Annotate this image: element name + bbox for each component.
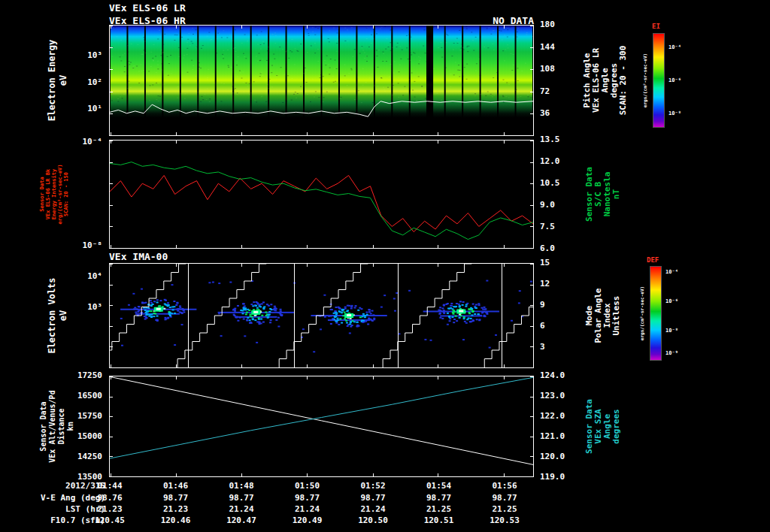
axis-value: 98.77 <box>349 494 397 503</box>
axis-value: 98.76 <box>86 494 134 503</box>
tick-label: 15 <box>540 259 550 267</box>
p2-y-axis-label: Sensor DataVEx ELS-06 LR BkEnergy Intens… <box>39 140 69 249</box>
label-line: eV <box>58 263 69 368</box>
axis-value: 21.25 <box>480 505 529 514</box>
label-line: SCAN: 20 - 150 <box>63 140 69 249</box>
tick-label: 122.0 <box>540 413 565 420</box>
label-line: Unitless <box>612 263 621 368</box>
ima-spectrogram-canvas <box>110 264 533 367</box>
tick-label: 119.0 <box>540 473 565 481</box>
label-line: VEx Alt/Venus/Pd <box>48 376 57 477</box>
axis-value: 98.77 <box>480 494 529 503</box>
label-line: SCAN: 20 - 300 <box>619 25 628 136</box>
p3-right-axis-label: ModePolar AngleIndexUnitless <box>585 263 621 368</box>
axis-value: 120.49 <box>283 516 332 525</box>
time-label: 01:56 <box>480 482 529 491</box>
tick-label: 10⁻⁸ <box>668 110 681 117</box>
colorbar-def-title: DEF <box>647 256 659 264</box>
label-line: Sensor Data <box>39 376 48 477</box>
label-line: degrees <box>612 376 621 477</box>
axis-value: 120.46 <box>152 516 200 525</box>
axis-value: 21.24 <box>349 505 397 514</box>
panel-ima-spectrogram <box>109 263 534 368</box>
label-line: Distance <box>57 376 66 477</box>
axis-value: 21.25 <box>415 505 463 514</box>
tick-label: 9.0 <box>540 201 555 209</box>
colorbar-ei-ticks: 10⁻⁴10⁻⁶10⁻⁸ <box>665 33 691 128</box>
label-line: eV <box>58 25 69 136</box>
axis-value: 98.77 <box>283 494 332 503</box>
colorbar-def <box>650 266 662 361</box>
label-line: Electron Volts <box>47 263 58 368</box>
tick-label: 12 <box>540 280 550 288</box>
time-label: 01:54 <box>415 482 463 491</box>
axis-value: 120.50 <box>349 516 397 525</box>
tick-label: 144 <box>540 44 555 51</box>
tick-label: 10⁻⁴ <box>665 268 678 276</box>
tick-label: 121.0 <box>540 433 565 440</box>
vex-plot-screen: VEx ELS-06 LR VEx ELS-06 HR NO DATA 10³1… <box>0 0 770 532</box>
tick-label: 6 <box>540 322 545 330</box>
tick-label: 36 <box>540 110 550 117</box>
tick-label: 10¹ <box>66 105 102 113</box>
p3-y-ticks: 10⁴10³ <box>66 263 105 368</box>
label-line: Energy Intensity <box>51 140 57 249</box>
p1-y-axis-label: Electron EnergyeV <box>47 25 69 136</box>
label-line: nT <box>612 140 621 249</box>
tick-label: 3 <box>540 343 545 351</box>
p4-y-axis-label: Sensor DataVEx Alt/Venus/PdDistancekm <box>39 376 75 477</box>
time-label: 01:48 <box>217 482 265 491</box>
axis-value: 120.53 <box>480 516 529 525</box>
axis-value: 98.77 <box>415 494 463 503</box>
els-spectrogram-canvas <box>110 26 533 135</box>
tick-label: 10⁻⁸ <box>665 327 678 334</box>
p1-right-ticks: 1801441087236 <box>537 25 576 136</box>
p1-right-axis-label: Pitch AngleVEx ELS-06 LRAngledegreesSCAN… <box>583 25 628 136</box>
p2-y-ticks: 10⁻⁴10⁻⁸ <box>66 140 105 249</box>
p4-right-ticks: 124.0123.0122.0121.0120.0119.0 <box>537 376 576 477</box>
p2-right-axis-label: Sensor DataS/C BNanoteslanT <box>585 140 621 249</box>
time-label: 01:52 <box>349 482 397 491</box>
label-line: VEx ELS-06 LR Bk <box>45 140 51 249</box>
colorbar-ei <box>653 33 665 128</box>
axis-value: 21.24 <box>283 505 332 514</box>
title-els-lr: VEx ELS-06 LR <box>109 2 186 14</box>
p3-y-axis-label: Electron VoltseV <box>47 263 69 368</box>
label-line: km <box>66 376 75 477</box>
axis-value: 120.45 <box>86 516 134 525</box>
alt-sza-canvas <box>110 376 533 476</box>
tick-label: 123.0 <box>540 392 565 400</box>
p3-right-ticks: 1512963 <box>537 263 576 368</box>
tick-label: 120.0 <box>540 453 565 461</box>
tick-label: 10⁻⁴ <box>668 44 681 51</box>
tick-label: 7.5 <box>540 223 555 231</box>
label-line: Sensor Data <box>39 140 45 249</box>
time-label: 01:46 <box>152 482 200 491</box>
axis-value: 98.77 <box>217 494 265 503</box>
panel-els-spectrogram <box>109 25 534 136</box>
label-line: Electron Energy <box>47 25 58 136</box>
tick-label: 10⁻⁹ <box>665 349 678 357</box>
bk-intensity-canvas <box>110 141 533 248</box>
colorbar-ei-unit: ergs/(cm²-sr-sec-eV) <box>642 33 647 128</box>
colorbar-def-unit: ergs/(cm²-sr-sec-eV) <box>639 266 644 361</box>
panel-alt-sza <box>109 376 534 477</box>
tick-label: 108 <box>540 65 555 73</box>
axis-value: 21.23 <box>152 505 200 514</box>
tick-label: 12.0 <box>540 158 560 165</box>
tick-label: 10⁻⁶ <box>665 298 678 305</box>
tick-label: 72 <box>540 88 550 95</box>
colorbar-def-ticks: 10⁻⁴10⁻⁶10⁻⁸10⁻⁹ <box>662 266 688 361</box>
tick-label: 10⁻⁸ <box>66 242 102 249</box>
p1-y-ticks: 10³10²10¹ <box>66 25 105 136</box>
tick-label: 10⁻⁴ <box>66 138 102 146</box>
axis-value: 98.77 <box>152 494 200 503</box>
tick-label: 9 <box>540 301 545 309</box>
tick-label: 10³ <box>66 52 102 59</box>
title-ima: VEx IMA-00 <box>109 251 168 262</box>
axis-value: 21.24 <box>217 505 265 514</box>
time-label: 01:44 <box>86 482 134 491</box>
p2-right-ticks: 13.512.010.59.07.56.0 <box>537 140 576 249</box>
tick-label: 10.5 <box>540 180 560 187</box>
axis-value: 120.51 <box>415 516 463 525</box>
